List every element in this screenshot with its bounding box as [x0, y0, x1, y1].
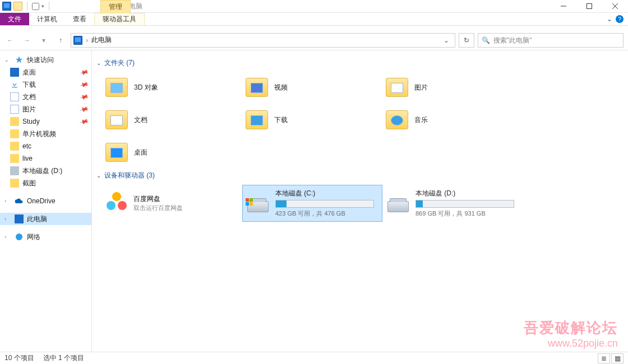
chevron-down-icon[interactable]: ⌄: [96, 172, 101, 179]
sidebar-item-截图[interactable]: 截图: [0, 177, 91, 189]
drives-grid: 百度网盘双击运行百度网盘本地磁盘 (C:)423 GB 可用，共 476 GB本…: [102, 185, 624, 222]
quick-access-toolbar: ▾: [0, 2, 54, 11]
folder-item[interactable]: 桌面: [102, 137, 242, 167]
tab-computer[interactable]: 计算机: [29, 13, 65, 25]
svg-rect-0: [587, 4, 592, 9]
folder-label: 下载: [274, 115, 288, 125]
chevron-down-icon[interactable]: ⌄: [607, 15, 612, 23]
group-title: 文件夹 (7): [104, 58, 135, 68]
address-dropdown[interactable]: ⌄: [440, 36, 452, 44]
sidebar-onedrive[interactable]: › OneDrive: [0, 195, 91, 207]
folder-icon[interactable]: [13, 2, 22, 11]
sidebar-item-图片[interactable]: 图片📌: [0, 103, 91, 115]
folders-grid: 3D 对象视频图片文档下载音乐桌面: [102, 72, 624, 167]
sidebar-item-label: live: [22, 155, 33, 162]
refresh-button[interactable]: ↻: [459, 33, 474, 48]
sidebar-network[interactable]: › 网络: [0, 231, 91, 243]
address-bar[interactable]: › 此电脑 ⌄: [71, 33, 455, 48]
drive-item[interactable]: 本地磁盘 (C:)423 GB 可用，共 476 GB: [242, 185, 382, 222]
drive-usage-bar: [415, 200, 514, 208]
sidebar-item-label: 此电脑: [27, 214, 47, 224]
sidebar-quick-access[interactable]: ⌄ 快速访问: [0, 54, 91, 66]
sidebar-this-pc[interactable]: › 此电脑: [0, 213, 91, 225]
svg-rect-1: [12, 87, 17, 87]
folder-item[interactable]: 3D 对象: [102, 72, 242, 102]
sidebar-item-单片机视频[interactable]: 单片机视频: [0, 128, 91, 140]
chevron-down-icon[interactable]: ⌄: [96, 60, 101, 66]
search-icon: 🔍: [482, 36, 490, 44]
folder-item[interactable]: 下载: [242, 105, 382, 135]
search-input[interactable]: [493, 36, 620, 44]
sidebar-item-label: 文档: [22, 92, 36, 102]
tab-drive-tools[interactable]: 驱动器工具: [94, 13, 145, 25]
sidebar-item-live[interactable]: live: [0, 152, 91, 165]
sidebar-item-label: OneDrive: [27, 197, 56, 205]
ribbon-tabs: 文件 计算机 查看 驱动器工具 ⌄ ?: [0, 13, 628, 26]
cloud-icon: [15, 197, 24, 206]
sidebar-item-etc[interactable]: etc: [0, 140, 91, 152]
view-details-button[interactable]: ≣: [598, 353, 610, 363]
close-button[interactable]: [602, 0, 628, 13]
folder-item[interactable]: 文档: [102, 105, 242, 135]
status-selected-count: 选中 1 个项目: [43, 353, 84, 363]
app-sub: 双击运行百度网盘: [133, 204, 183, 212]
view-switcher: ≣ ▦: [598, 353, 624, 363]
sidebar-item-文档[interactable]: 文档📌: [0, 91, 91, 103]
ribbon-context-header: 管理: [100, 0, 131, 13]
group-header-drives[interactable]: ⌄ 设备和驱动器 (3): [96, 171, 624, 180]
sidebar-item-label: 快速访问: [27, 55, 54, 65]
recent-dropdown[interactable]: ▾: [37, 34, 50, 47]
chevron-down-icon[interactable]: ▾: [41, 3, 44, 9]
folder-icon: [385, 108, 409, 132]
drive-icon: [246, 189, 270, 212]
chevron-right-icon[interactable]: ›: [4, 198, 10, 204]
sidebar-item-label: 本地磁盘 (D:): [22, 166, 62, 176]
group-header-folders[interactable]: ⌄ 文件夹 (7): [96, 58, 624, 68]
folder-icon: [105, 108, 128, 132]
back-button[interactable]: ←: [3, 34, 17, 47]
search-box[interactable]: 🔍: [478, 33, 624, 48]
minimize-button[interactable]: [551, 0, 576, 13]
chevron-right-icon[interactable]: ›: [4, 216, 10, 222]
body: ⌄ 快速访问 桌面📌下载📌文档📌图片📌Study📌单片机视频etclive本地磁…: [0, 50, 628, 352]
separator: [49, 2, 49, 11]
folder-label: 3D 对象: [134, 83, 158, 92]
breadcrumb[interactable]: 此电脑: [91, 35, 112, 45]
folder-item[interactable]: 图片: [382, 72, 523, 102]
sidebar-item-Study[interactable]: Study📌: [0, 115, 91, 128]
sidebar-item-下载[interactable]: 下载📌: [0, 78, 91, 91]
sidebar-item-label: 桌面: [22, 68, 36, 77]
chevron-right-icon[interactable]: ›: [4, 234, 10, 240]
app-item-baidu[interactable]: 百度网盘双击运行百度网盘: [102, 185, 242, 222]
folder-icon: [10, 142, 19, 151]
chevron-down-icon[interactable]: ⌄: [4, 57, 10, 63]
pin-icon: 📌: [79, 92, 90, 102]
tab-file[interactable]: 文件: [0, 13, 29, 25]
up-button[interactable]: ↑: [54, 34, 67, 47]
folder-item[interactable]: 视频: [242, 72, 382, 102]
nav-bar: ← → ▾ ↑ › 此电脑 ⌄ ↻ 🔍: [0, 30, 628, 50]
folder-item[interactable]: 音乐: [382, 105, 523, 135]
view-tiles-button[interactable]: ▦: [611, 353, 624, 363]
drive-free-text: 869 GB 可用，共 931 GB: [415, 209, 514, 218]
folder-label: 图片: [414, 83, 428, 92]
star-icon: [15, 55, 24, 64]
forward-button[interactable]: →: [20, 34, 34, 47]
group-title: 设备和驱动器 (3): [104, 171, 155, 180]
drive-item[interactable]: 本地磁盘 (D:)869 GB 可用，共 931 GB: [382, 185, 523, 222]
help-icon[interactable]: ?: [616, 15, 624, 23]
drive-free-text: 423 GB 可用，共 476 GB: [275, 209, 374, 218]
maximize-button[interactable]: [576, 0, 602, 13]
chevron-right-icon[interactable]: ›: [86, 36, 88, 44]
drive-usage-bar: [275, 200, 374, 208]
tab-view[interactable]: 查看: [65, 13, 94, 25]
status-bar: 10 个项目 选中 1 个项目 ≣ ▦: [0, 352, 628, 364]
drive-name: 本地磁盘 (D:): [415, 189, 514, 198]
app-name: 百度网盘: [133, 194, 183, 204]
window-controls: [551, 0, 628, 13]
sidebar-item-桌面[interactable]: 桌面📌: [0, 66, 91, 78]
folder-icon: [105, 76, 128, 99]
folder-label: 文档: [134, 115, 147, 125]
sidebar-item-本地磁盘 (D:)[interactable]: 本地磁盘 (D:): [0, 165, 91, 177]
qat-checkbox[interactable]: [32, 3, 39, 10]
